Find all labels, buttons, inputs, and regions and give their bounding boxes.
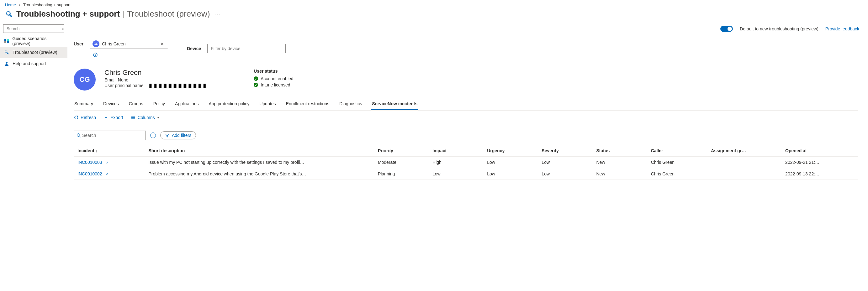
tab-summary[interactable]: Summary: [74, 99, 94, 110]
cell-impact: High: [429, 157, 483, 168]
cell-severity: Low: [538, 157, 592, 168]
svg-point-8: [77, 134, 80, 137]
person-headset-icon: [4, 61, 9, 66]
upn-redacted-icon: [148, 84, 207, 88]
page-title-row: Troubleshooting + support | Troubleshoot…: [0, 8, 868, 22]
filter-row: i Add filters: [71, 120, 861, 143]
cell-incident[interactable]: INC0010002 ↗: [74, 168, 145, 180]
col-priority[interactable]: Priority: [374, 145, 429, 157]
email-label: Email:: [104, 77, 117, 82]
col-short-description[interactable]: Short description: [145, 145, 374, 157]
col-severity[interactable]: Severity: [538, 145, 592, 157]
breadcrumb-sep: ›: [17, 2, 22, 7]
cell-desc: Issue with my PC not starting up correct…: [145, 157, 374, 168]
tab-groups[interactable]: Groups: [128, 99, 144, 110]
check-icon: ✓: [254, 83, 258, 87]
status-text: Account enabled: [260, 76, 293, 81]
breadcrumb-home[interactable]: Home: [5, 2, 16, 7]
svg-rect-0: [4, 39, 6, 41]
add-filters-button[interactable]: Add filters: [160, 131, 196, 139]
refresh-label: Refresh: [81, 115, 96, 120]
user-info-icon[interactable]: [93, 52, 97, 58]
incident-link[interactable]: INC0010002: [78, 171, 102, 176]
tab-policy[interactable]: Policy: [153, 99, 165, 110]
main-content: Default to new troubleshooting (preview)…: [67, 22, 868, 186]
user-status: User status ✓ Account enabled ✓ Intune l…: [254, 69, 293, 89]
page-title: Troubleshooting + support: [16, 9, 120, 19]
sidebar-item-label: Troubleshoot (preview): [12, 50, 57, 55]
tab-enrollment[interactable]: Enrollment restrictions: [285, 99, 330, 110]
sidebar-item-troubleshoot[interactable]: Troubleshoot (preview): [0, 47, 67, 58]
user-chip-name: Chris Green: [102, 41, 159, 46]
col-assignment-group[interactable]: Assignment gr…: [707, 145, 781, 157]
check-icon: ✓: [254, 76, 258, 81]
sidebar-item-label: Help and support: [12, 61, 46, 66]
user-avatar-sm: CG: [93, 40, 99, 47]
selector-row: User CG Chris Green ✕ Device: [71, 38, 861, 60]
profile-upn-line: User principal name:: [104, 83, 207, 88]
cell-status: New: [593, 157, 647, 168]
columns-label: Columns: [138, 115, 155, 120]
col-impact[interactable]: Impact: [429, 145, 483, 157]
cell-urgency: Low: [483, 157, 538, 168]
export-button[interactable]: Export: [103, 115, 123, 120]
provide-feedback-link[interactable]: Provide feedback: [825, 26, 859, 31]
cell-assign: [707, 168, 781, 180]
col-urgency[interactable]: Urgency: [483, 145, 538, 157]
status-account-enabled: ✓ Account enabled: [254, 76, 293, 81]
tab-applications[interactable]: Applications: [174, 99, 199, 110]
detail-tabs: Summary Devices Groups Policy Applicatio…: [74, 99, 858, 111]
device-selector: Device: [187, 44, 286, 53]
device-filter-input[interactable]: [207, 44, 286, 53]
col-incident[interactable]: Incident↓: [74, 145, 145, 157]
guided-scenarios-icon: [4, 38, 9, 44]
col-opened-at[interactable]: Opened at: [781, 145, 858, 157]
cell-priority: Moderate: [374, 157, 429, 168]
main-top-bar: Default to new troubleshooting (preview)…: [71, 25, 861, 38]
export-label: Export: [111, 115, 123, 120]
collapse-sidebar-icon[interactable]: «: [60, 25, 65, 32]
chevron-down-icon: ▾: [157, 116, 159, 119]
email-value: None: [118, 77, 128, 82]
external-link-icon[interactable]: ↗: [105, 172, 108, 176]
upn-label: User principal name:: [104, 83, 145, 88]
user-label: User: [74, 41, 84, 46]
breadcrumb-section[interactable]: Troubleshooting + support: [23, 2, 70, 7]
grid-search-input[interactable]: [81, 132, 143, 139]
sidebar-item-help-support[interactable]: Help and support: [0, 58, 67, 69]
status-text: Intune licensed: [260, 82, 290, 87]
profile-info: Chris Green Email: None User principal n…: [104, 69, 207, 89]
more-actions-icon[interactable]: ···: [215, 11, 221, 17]
cell-status: New: [593, 168, 647, 180]
sidebar-search-input[interactable]: [3, 25, 64, 33]
refresh-button[interactable]: Refresh: [74, 115, 96, 120]
user-chip[interactable]: CG Chris Green ✕: [90, 39, 168, 49]
tab-devices[interactable]: Devices: [102, 99, 120, 110]
device-label: Device: [187, 46, 201, 51]
table-header-row: Incident↓ Short description Priority Imp…: [74, 145, 858, 157]
col-status[interactable]: Status: [593, 145, 647, 157]
sidebar-search: «: [3, 25, 64, 33]
columns-button[interactable]: Columns ▾: [131, 115, 159, 120]
status-title: User status: [254, 69, 293, 74]
grid-search[interactable]: [74, 131, 146, 140]
cell-incident[interactable]: INC0010003 ↗: [74, 157, 145, 168]
clear-user-icon[interactable]: ✕: [159, 41, 165, 46]
default-troubleshoot-toggle[interactable]: [720, 26, 733, 32]
tab-app-protection[interactable]: App protection policy: [208, 99, 250, 110]
incidents-grid: Incident↓ Short description Priority Imp…: [71, 143, 861, 180]
sidebar-item-guided-scenarios[interactable]: Guided scenarios (preview): [0, 35, 67, 47]
tab-servicenow-incidents[interactable]: ServiceNow incidents: [371, 99, 418, 110]
svg-rect-6: [95, 54, 96, 56]
sidebar: « Guided scenarios (preview) Troubleshoo…: [0, 22, 67, 186]
cell-caller: Chris Green: [647, 157, 708, 168]
tab-diagnostics[interactable]: Diagnostics: [339, 99, 363, 110]
external-link-icon[interactable]: ↗: [105, 161, 108, 165]
table-row[interactable]: INC0010002 ↗ Problem accessing my Androi…: [74, 168, 858, 180]
incident-link[interactable]: INC0010003: [78, 160, 102, 165]
svg-point-4: [6, 62, 7, 64]
search-info-icon[interactable]: i: [150, 133, 156, 138]
table-row[interactable]: INC0010003 ↗ Issue with my PC not starti…: [74, 157, 858, 168]
tab-updates[interactable]: Updates: [259, 99, 276, 110]
col-caller[interactable]: Caller: [647, 145, 708, 157]
